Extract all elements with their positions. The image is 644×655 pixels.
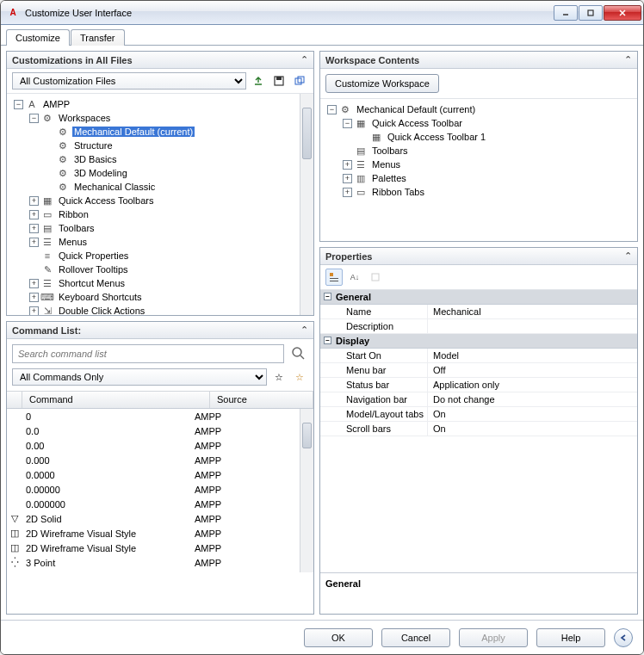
tree-item[interactable]: ⚙3D Modeling xyxy=(9,166,312,180)
property-value[interactable] xyxy=(427,319,637,333)
command-row[interactable]: 0.0000AMPP xyxy=(7,467,313,482)
command-row[interactable]: 0.0AMPP xyxy=(7,423,313,438)
minimize-button[interactable] xyxy=(554,5,578,21)
tree-item[interactable]: −⚙Workspaces xyxy=(9,111,312,125)
command-row[interactable]: 0.00000AMPP xyxy=(7,482,313,497)
tree-scrollbar[interactable] xyxy=(300,94,313,315)
expand-icon[interactable]: + xyxy=(343,188,352,197)
expand-icon[interactable]: + xyxy=(29,306,39,316)
property-row[interactable]: Menu barOff xyxy=(320,363,637,378)
scrollbar-thumb[interactable] xyxy=(302,108,312,159)
expand-collapse-button[interactable] xyxy=(614,628,633,647)
tree-item[interactable]: +⇲Double Click Actions xyxy=(9,304,312,315)
tree-item[interactable]: −▦Quick Access Toolbar xyxy=(322,116,635,130)
search-input[interactable] xyxy=(12,344,284,363)
tree-item[interactable]: ▤Toolbars xyxy=(322,144,635,158)
property-row[interactable]: Start OnModel xyxy=(320,349,637,363)
property-row[interactable]: Model/Layout tabsOn xyxy=(320,407,637,422)
load-icon[interactable] xyxy=(250,72,267,90)
command-row[interactable]: ⁛3 PointAMPP xyxy=(7,555,313,570)
property-value[interactable]: Application only xyxy=(427,378,637,392)
properties-grid[interactable]: −GeneralNameMechanicalDescription−Displa… xyxy=(320,290,637,572)
multi-window-icon[interactable] xyxy=(291,72,308,90)
command-col-command[interactable]: Command xyxy=(22,392,210,408)
close-button[interactable] xyxy=(604,5,641,21)
tree-item[interactable]: −AAMPP xyxy=(9,97,312,111)
workspace-tree[interactable]: −⚙Mechanical Default (current)−▦Quick Ac… xyxy=(320,99,637,241)
expand-icon[interactable]: − xyxy=(343,119,352,128)
command-col-icon[interactable] xyxy=(7,392,22,408)
search-icon[interactable] xyxy=(289,344,308,363)
expand-icon[interactable]: + xyxy=(29,210,39,219)
expand-icon[interactable]: + xyxy=(343,174,352,183)
collapse-icon[interactable]: ⌃ xyxy=(624,250,632,262)
expand-icon[interactable]: + xyxy=(29,238,39,247)
customizations-combo[interactable]: All Customization Files xyxy=(12,72,246,90)
property-category[interactable]: −General xyxy=(320,290,637,305)
property-value[interactable]: Do not change xyxy=(427,392,637,406)
collapse-icon[interactable]: ⌃ xyxy=(300,324,308,336)
tree-item[interactable]: ≡Quick Properties xyxy=(9,249,312,263)
apply-button[interactable]: Apply xyxy=(459,628,528,647)
filter-combo[interactable]: All Commands Only xyxy=(12,368,267,386)
expand-icon[interactable]: + xyxy=(29,196,39,206)
expand-icon[interactable]: − xyxy=(14,100,23,109)
property-value[interactable]: On xyxy=(427,407,637,421)
property-value[interactable]: Off xyxy=(427,363,637,377)
categorized-icon[interactable] xyxy=(325,269,343,286)
expand-icon[interactable]: − xyxy=(29,114,39,123)
command-row[interactable]: ◫2D Wireframe Visual StyleAMPP xyxy=(7,526,313,541)
tree-item[interactable]: ⚙Structure xyxy=(9,139,312,152)
property-value[interactable]: Model xyxy=(427,349,637,362)
command-table-body[interactable]: 0AMPP0.0AMPP0.00AMPP0.000AMPP0.0000AMPP0… xyxy=(7,409,313,572)
tab-customize[interactable]: Customize xyxy=(6,29,70,46)
ok-button[interactable]: OK xyxy=(304,628,373,647)
scrollbar-thumb[interactable] xyxy=(302,423,312,448)
command-row[interactable]: ▽2D SolidAMPP xyxy=(7,511,313,526)
collapse-icon[interactable]: ⌃ xyxy=(624,54,632,65)
command-row[interactable]: 0.00AMPP xyxy=(7,438,313,453)
help-button[interactable]: Help xyxy=(536,628,605,647)
maximize-button[interactable] xyxy=(579,5,603,21)
tree-item[interactable]: +☰Menus xyxy=(9,235,312,249)
tab-transfer[interactable]: Transfer xyxy=(71,29,125,46)
customizations-tree[interactable]: −AAMPP−⚙Workspaces⚙Mechanical Default (c… xyxy=(7,94,313,315)
property-row[interactable]: Scroll barsOn xyxy=(320,422,637,436)
command-col-source[interactable]: Source xyxy=(210,392,313,408)
tree-item[interactable]: ✎Rollover Tooltips xyxy=(9,263,312,276)
property-pages-icon[interactable] xyxy=(367,269,384,286)
tree-item[interactable]: +▥Palettes xyxy=(322,171,635,185)
collapse-icon[interactable]: − xyxy=(324,293,331,300)
tree-item[interactable]: ⚙Mechanical Default (current) xyxy=(9,125,312,139)
property-row[interactable]: Description xyxy=(320,319,637,334)
expand-icon[interactable]: + xyxy=(29,279,39,288)
command-row[interactable]: ◫2D Wireframe Visual StyleAMPP xyxy=(7,541,313,555)
tree-item[interactable]: +☰Shortcut Menus xyxy=(9,276,312,290)
expand-icon[interactable]: + xyxy=(343,160,352,170)
save-icon[interactable] xyxy=(270,72,288,90)
property-category[interactable]: −Display xyxy=(320,334,637,349)
tree-item[interactable]: −⚙Mechanical Default (current) xyxy=(322,102,635,116)
property-value[interactable]: On xyxy=(427,422,637,436)
tree-item[interactable]: ⚙3D Basics xyxy=(9,152,312,166)
tree-item[interactable]: +☰Menus xyxy=(322,158,635,171)
customize-workspace-button[interactable]: Customize Workspace xyxy=(325,74,439,93)
tree-item[interactable]: ⚙Mechanical Classic xyxy=(9,180,312,194)
command-row[interactable]: 0.000000AMPP xyxy=(7,497,313,511)
tree-item[interactable]: +⌨Keyboard Shortcuts xyxy=(9,290,312,304)
collapse-icon[interactable]: − xyxy=(324,337,331,344)
expand-icon[interactable]: + xyxy=(29,224,39,233)
star-add-icon[interactable]: ☆ xyxy=(291,368,308,386)
property-row[interactable]: Navigation barDo not change xyxy=(320,392,637,407)
property-row[interactable]: Status barApplication only xyxy=(320,378,637,392)
expand-icon[interactable]: + xyxy=(29,293,39,302)
star-icon[interactable]: ☆ xyxy=(270,368,288,386)
command-row[interactable]: 0.000AMPP xyxy=(7,453,313,467)
tree-item[interactable]: +▭Ribbon xyxy=(9,207,312,221)
collapse-icon[interactable]: ⌃ xyxy=(300,54,308,65)
tree-item[interactable]: +▭Ribbon Tabs xyxy=(322,185,635,199)
cancel-button[interactable]: Cancel xyxy=(381,628,450,647)
tree-item[interactable]: +▦Quick Access Toolbars xyxy=(9,194,312,207)
expand-icon[interactable]: − xyxy=(327,105,337,114)
tree-item[interactable]: +▤Toolbars xyxy=(9,221,312,235)
